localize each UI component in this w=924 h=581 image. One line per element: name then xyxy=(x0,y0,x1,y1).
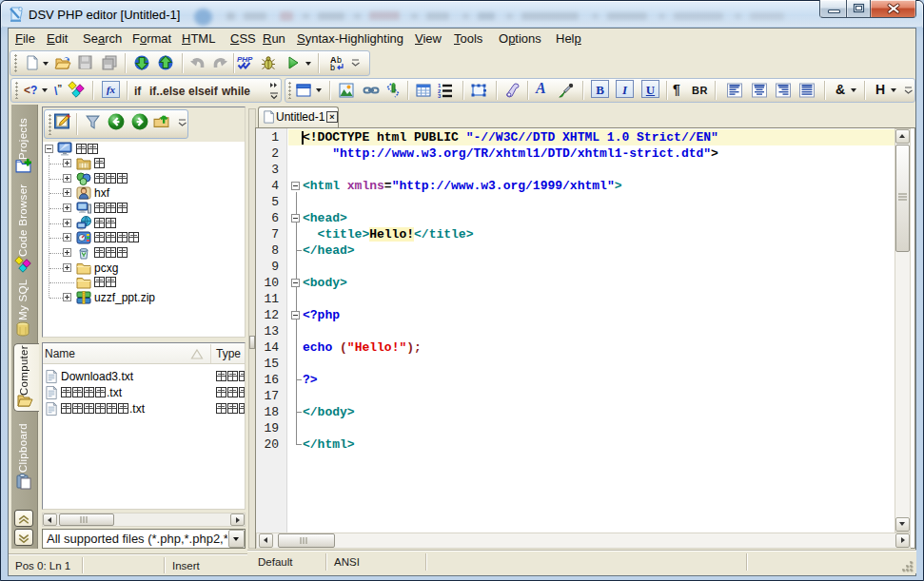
svg-text:b: b xyxy=(330,63,335,72)
svg-text:PHP: PHP xyxy=(237,55,253,64)
svg-text:b: b xyxy=(337,55,342,65)
